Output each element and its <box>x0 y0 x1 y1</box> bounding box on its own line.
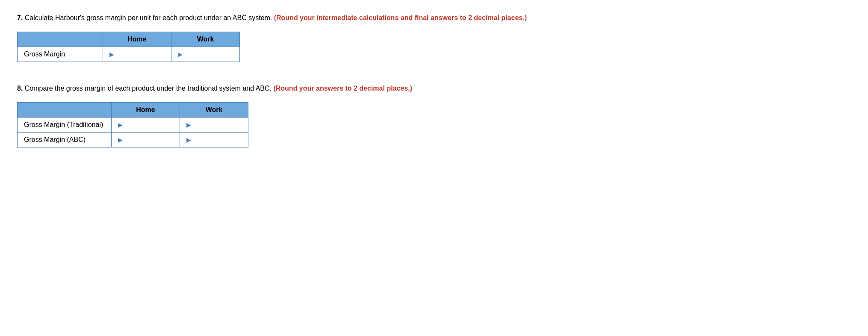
question-8-text: 8. Compare the gross margin of each prod… <box>17 83 851 94</box>
question-7-block: 7. Calculate Harbour's gross margin per … <box>17 13 851 62</box>
q8-row2-work-arrow: ▶ <box>186 136 191 143</box>
q8-header-home: Home <box>112 103 180 118</box>
q7-header-home: Home <box>103 32 171 47</box>
question-8-text-before: Compare the gross margin of each product… <box>25 85 274 92</box>
question-7-table: Home Work Gross Margin ▶ ▶ <box>17 32 240 62</box>
q7-header-work: Work <box>171 32 240 47</box>
q8-row1-label: Gross Margin (Traditional) <box>18 118 112 133</box>
q7-header-empty <box>18 32 103 47</box>
q8-row1-work-cell[interactable]: ▶ <box>180 118 248 133</box>
question-8-table: Home Work Gross Margin (Traditional) ▶ ▶ <box>17 102 248 147</box>
q7-row1-home-arrow: ▶ <box>109 51 114 58</box>
question-8-number: 8. <box>17 85 23 92</box>
question-8-block: 8. Compare the gross margin of each prod… <box>17 83 851 147</box>
question-7-bold-text: (Round your intermediate calculations an… <box>274 14 527 21</box>
question-7-text-before: Calculate Harbour's gross margin per uni… <box>25 14 274 21</box>
q8-row1-work-arrow: ▶ <box>186 121 191 128</box>
q7-row1-home-cell[interactable]: ▶ <box>103 47 171 62</box>
q8-header-work: Work <box>180 103 248 118</box>
q8-row2-home-arrow: ▶ <box>118 136 123 143</box>
question-8-bold-text: (Round your answers to 2 decimal places.… <box>273 85 412 92</box>
q8-row1-home-arrow: ▶ <box>118 121 123 128</box>
q8-row2-label: Gross Margin (ABC) <box>18 133 112 147</box>
q8-row2-work-cell[interactable]: ▶ <box>180 133 248 147</box>
q8-header-empty <box>18 103 112 118</box>
table-row: Gross Margin (ABC) ▶ ▶ <box>18 133 248 147</box>
q8-row1-home-cell[interactable]: ▶ <box>112 118 180 133</box>
q7-row1-label: Gross Margin <box>18 47 103 62</box>
question-7-text: 7. Calculate Harbour's gross margin per … <box>17 13 851 23</box>
q7-row1-work-arrow: ▶ <box>178 51 183 58</box>
table-row: Gross Margin (Traditional) ▶ ▶ <box>18 118 248 133</box>
q7-row1-work-cell[interactable]: ▶ <box>171 47 240 62</box>
question-7-number: 7. <box>17 14 23 21</box>
q8-row2-home-cell[interactable]: ▶ <box>112 133 180 147</box>
table-row: Gross Margin ▶ ▶ <box>18 47 240 62</box>
